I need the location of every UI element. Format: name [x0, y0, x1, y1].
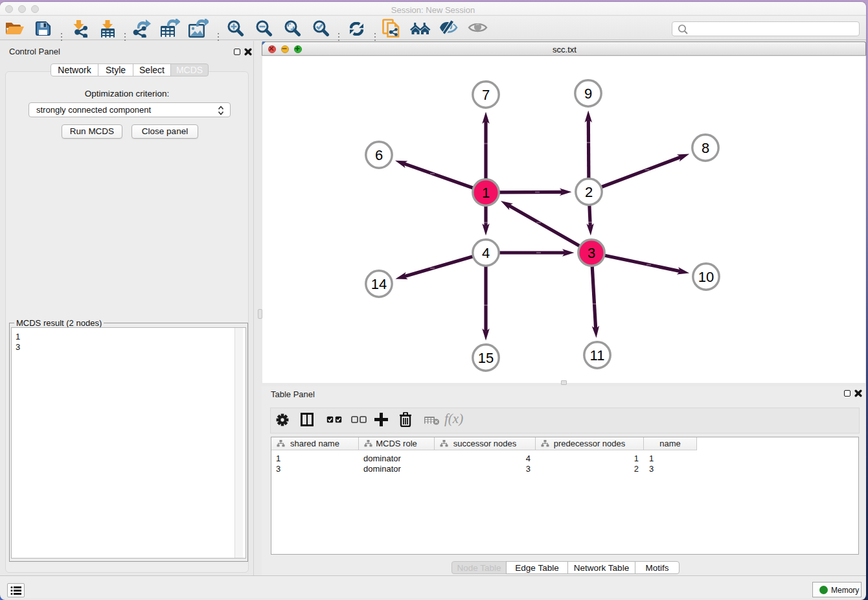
svg-text:3: 3: [588, 245, 595, 261]
svg-text:9: 9: [584, 86, 592, 102]
svg-text:1: 1: [482, 185, 490, 201]
svg-text:15: 15: [478, 350, 494, 366]
svg-text:11: 11: [590, 347, 605, 363]
svg-text:2: 2: [585, 184, 593, 200]
svg-text:10: 10: [698, 269, 714, 285]
svg-text:7: 7: [482, 87, 490, 103]
svg-text:8: 8: [702, 140, 709, 156]
svg-text:14: 14: [371, 276, 387, 292]
svg-text:4: 4: [482, 245, 490, 261]
svg-text:6: 6: [375, 147, 383, 163]
